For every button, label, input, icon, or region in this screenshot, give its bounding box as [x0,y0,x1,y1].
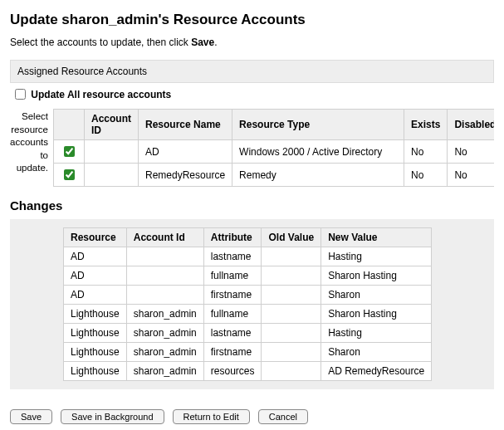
instruction-post: . [214,37,217,48]
col-account-id: Account Id [126,228,203,247]
cell-resource-name: AD [139,140,232,164]
cell-attribute: fullname [203,266,262,286]
cell-resource-type: Remedy [232,164,404,187]
cell-resource: AD [64,247,127,266]
cell-account-id: sharon_admin [126,324,203,343]
assigned-section-header: Assigned Resource Accounts [10,60,494,83]
cell-attribute: firstname [203,343,262,362]
changes-table: Resource Account Id Attribute Old Value … [63,227,432,381]
col-disabled: Disabled [448,110,494,140]
cell-account-id: sharon_admin [126,305,203,324]
col-exists: Exists [404,110,448,140]
cell-account-id [126,286,203,305]
button-bar: Save Save in Background Return to Edit C… [10,409,494,424]
table-row: ADfullnameSharon Hasting [64,266,432,286]
instruction-bold: Save [191,37,214,48]
save-button[interactable]: Save [10,409,52,424]
changes-panel: Resource Account Id Attribute Old Value … [10,219,494,389]
cell-resource: AD [64,286,127,305]
cell-account-id [126,247,203,266]
cell-attribute: fullname [203,305,262,324]
col-old-value: Old Value [262,228,321,247]
cancel-button[interactable]: Cancel [258,409,308,424]
table-row: ADWindows 2000 / Active DirectoryNoNo [54,140,494,164]
cell-account-id: sharon_admin [126,362,203,381]
cell-disabled: No [448,164,494,187]
col-resource: Resource [64,228,127,247]
col-resource-type: Resource Type [232,110,404,140]
cell-account-id [126,266,203,286]
instruction-pre: Select the accounts to update, then clic… [10,37,191,48]
cell-resource: Lighthouse [64,305,127,324]
cell-account-id [85,140,139,164]
col-account-id: Account ID [85,110,139,140]
cell-account-id: sharon_admin [126,343,203,362]
select-accounts-label: Select resource accounts to update. [10,109,48,175]
instruction-text: Select the accounts to update, then clic… [10,37,494,48]
save-background-button[interactable]: Save in Background [61,409,164,424]
changes-heading: Changes [10,198,494,213]
cell-resource: AD [64,266,127,286]
update-all-checkbox[interactable] [15,89,26,100]
cell-exists: No [404,140,448,164]
cell-new-value: Hasting [321,324,432,343]
cell-attribute: lastname [203,247,262,266]
row-select-checkbox[interactable] [64,169,75,180]
page-title: Update sharon_admin's Resource Accounts [10,12,494,28]
table-row: ADlastnameHasting [64,247,432,266]
cell-old-value [262,362,321,381]
cell-resource-name: RemedyResource [139,164,232,187]
cell-new-value: Sharon [321,343,432,362]
cell-new-value: Hasting [321,247,432,266]
table-row: Lighthousesharon_adminfullnameSharon Has… [64,305,432,324]
col-select [54,110,85,140]
accounts-table: Account ID Resource Name Resource Type E… [53,109,494,187]
cell-old-value [262,305,321,324]
table-row: Lighthousesharon_adminlastnameHasting [64,324,432,343]
cell-attribute: firstname [203,286,262,305]
cell-new-value: AD RemedyResource [321,362,432,381]
cell-old-value [262,266,321,286]
cell-new-value: Sharon Hasting [321,305,432,324]
cell-old-value [262,247,321,266]
cell-new-value: Sharon [321,286,432,305]
col-new-value: New Value [321,228,432,247]
cell-resource: Lighthouse [64,343,127,362]
cell-old-value [262,324,321,343]
cell-resource: Lighthouse [64,362,127,381]
table-row: Lighthousesharon_adminresourcesAD Remedy… [64,362,432,381]
row-select-checkbox[interactable] [64,146,75,157]
cell-new-value: Sharon Hasting [321,266,432,286]
cell-resource-type: Windows 2000 / Active Directory [232,140,404,164]
cell-attribute: resources [203,362,262,381]
cell-exists: No [404,164,448,187]
return-to-edit-button[interactable]: Return to Edit [173,409,250,424]
cell-attribute: lastname [203,324,262,343]
col-attribute: Attribute [203,228,262,247]
table-row: Lighthousesharon_adminfirstnameSharon [64,343,432,362]
table-row: ADfirstnameSharon [64,286,432,305]
cell-old-value [262,286,321,305]
cell-account-id [85,164,139,187]
update-all-label[interactable]: Update All resource accounts [31,89,171,100]
table-row: RemedyResourceRemedyNoNo [54,164,494,187]
col-resource-name: Resource Name [139,110,232,140]
cell-resource: Lighthouse [64,324,127,343]
cell-old-value [262,343,321,362]
cell-disabled: No [448,140,494,164]
